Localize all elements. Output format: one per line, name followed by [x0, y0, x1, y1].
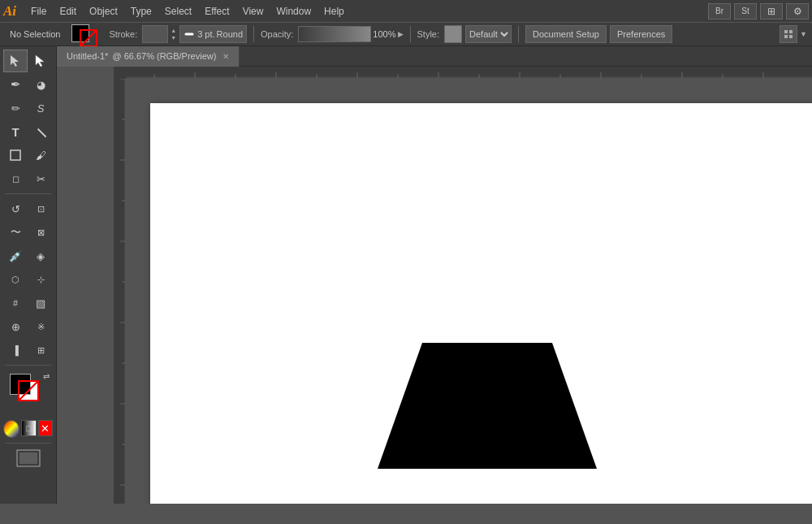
arrange-icon-btn[interactable]: [780, 25, 797, 43]
stroke-cap-selector[interactable]: 3 pt. Round Round Butt Projecting: [179, 25, 247, 43]
scissors-tool[interactable]: ✂: [28, 167, 53, 190]
artboard-padding: [126, 79, 812, 504]
opacity-label: Opacity:: [261, 29, 293, 39]
svg-rect-9: [19, 453, 37, 464]
svg-marker-5: [11, 55, 19, 67]
pencil-tool[interactable]: ✏: [3, 97, 28, 119]
svg-rect-2: [789, 30, 793, 33]
style-swatch[interactable]: [444, 25, 462, 43]
menu-help[interactable]: Help: [317, 4, 351, 19]
scale-tool[interactable]: ⊡: [28, 197, 53, 220]
artboard-scroll-container[interactable]: [126, 79, 812, 504]
menu-type[interactable]: Type: [124, 4, 158, 19]
stroke-down-arrow[interactable]: ▼: [171, 34, 176, 41]
workspace-icon-btn[interactable]: ⊞: [760, 3, 783, 19]
svg-rect-7: [11, 150, 20, 160]
ai-logo: Ai: [3, 3, 16, 19]
menu-select[interactable]: Select: [158, 4, 198, 19]
shape-builder-tool[interactable]: ⊕: [3, 315, 28, 338]
rect-tool[interactable]: [3, 144, 28, 167]
screen-mode-tool[interactable]: [4, 447, 53, 470]
stroke-label: Stroke:: [109, 29, 137, 39]
stroke-spinner[interactable]: ▲ ▼: [142, 25, 176, 43]
blob-brush-tool[interactable]: ◕: [28, 73, 53, 96]
live-paint-tool[interactable]: ⬡: [3, 268, 28, 291]
color-mode-icon[interactable]: [3, 420, 19, 438]
artboard[interactable]: [150, 103, 812, 504]
vertical-ruler: [114, 79, 126, 504]
stroke-swatch[interactable]: [80, 29, 97, 47]
selection-tool-icon: [9, 54, 22, 67]
stroke-indicator[interactable]: [18, 380, 39, 401]
trapezoid-shape: [378, 343, 597, 469]
menu-view[interactable]: View: [236, 4, 270, 19]
toolbar: ✒ ◕ ✏ S T | 🖌 ◻ ✂ ↺ ⊡: [0, 46, 57, 504]
kuler-icon-btn[interactable]: ⚙: [786, 3, 809, 19]
artboard-tool[interactable]: ⊞: [28, 339, 53, 362]
column-graph-tool[interactable]: ▐: [3, 339, 28, 362]
menu-object[interactable]: Object: [83, 4, 124, 19]
document-tab[interactable]: Untitled-1* @ 66.67% (RGB/Preview) ✕: [57, 46, 240, 67]
stroke-width-spinner-arrows[interactable]: ▲ ▼: [171, 27, 176, 41]
direct-select-tool[interactable]: [28, 50, 53, 72]
stock-icon-btn[interactable]: St: [734, 3, 757, 19]
ruler-v-marks: [114, 79, 126, 504]
swap-colors-icon[interactable]: ⇄: [43, 372, 50, 381]
selection-tool[interactable]: [3, 50, 28, 72]
horizontal-ruler: [114, 67, 812, 79]
brush-tool[interactable]: 🖌: [28, 144, 53, 167]
color-area: ⇄: [2, 369, 54, 418]
tool-row-warp: 〜 ⊠: [2, 221, 54, 244]
gradient-mode-icon[interactable]: □: [21, 420, 36, 436]
svg-marker-40: [378, 343, 597, 469]
menu-bar: Ai File Edit Object Type Select Effect V…: [0, 0, 812, 22]
eraser-tool[interactable]: ◻: [3, 167, 28, 190]
svg-marker-6: [36, 55, 44, 67]
warp-tool[interactable]: 〜: [3, 221, 28, 244]
free-transform-tool[interactable]: ⊠: [28, 221, 53, 244]
svg-rect-4: [789, 35, 793, 38]
tool-row-selection: [2, 50, 54, 72]
blend-tool[interactable]: ◈: [28, 245, 53, 267]
opacity-control: 100% ▶: [298, 26, 403, 42]
main-layout: ✒ ◕ ✏ S T | 🖌 ◻ ✂ ↺ ⊡: [0, 46, 812, 504]
bridge-icon-btn[interactable]: Br: [708, 3, 731, 19]
style-dropdown[interactable]: Default: [465, 25, 512, 43]
symbol-tool[interactable]: ※: [28, 315, 53, 338]
mesh-tool[interactable]: #: [3, 292, 28, 314]
sep-1: [253, 26, 254, 42]
opacity-slider[interactable]: [298, 26, 371, 42]
menu-edit[interactable]: Edit: [53, 4, 83, 19]
gradient-tool[interactable]: ▨: [28, 292, 53, 314]
eyedropper-tool[interactable]: 💉: [3, 245, 28, 267]
stroke-width-input[interactable]: [142, 25, 168, 43]
arrange-icon: [784, 29, 793, 39]
preferences-button[interactable]: Preferences: [610, 25, 672, 43]
svg-rect-3: [784, 35, 788, 38]
live-trace-tool[interactable]: ⊹: [28, 268, 53, 291]
menu-window[interactable]: Window: [270, 4, 317, 19]
ruler-h-marks: [114, 67, 812, 78]
workspace-expand-icon[interactable]: ▼: [800, 30, 807, 38]
screen-mode-icon: [16, 449, 41, 467]
tool-row-pencil: ✏ S: [2, 97, 54, 119]
selection-label: No Selection: [5, 29, 65, 39]
rotate-tool[interactable]: ↺: [3, 197, 28, 220]
none-mode-icon[interactable]: ✕: [38, 420, 53, 436]
menu-effect[interactable]: Effect: [198, 4, 235, 19]
tab-bar: Untitled-1* @ 66.67% (RGB/Preview) ✕: [57, 46, 812, 67]
stroke-up-arrow[interactable]: ▲: [171, 27, 176, 34]
canvas-area[interactable]: Untitled-1* @ 66.67% (RGB/Preview) ✕: [57, 46, 812, 504]
tool-row-graph: ▐ ⊞: [2, 339, 54, 362]
document-setup-button[interactable]: Document Setup: [525, 25, 607, 43]
options-bar: No Selection Stroke: ▲ ▼ 3 pt. Round Rou…: [0, 22, 812, 46]
workspace-controls: ▼: [780, 25, 807, 43]
menu-file[interactable]: File: [24, 4, 53, 19]
tab-close-button[interactable]: ✕: [222, 52, 229, 61]
opacity-expand-icon[interactable]: ▶: [398, 30, 404, 38]
color-mode-icons: □ ✕: [2, 418, 54, 440]
sep-3: [518, 26, 519, 42]
pen-tool[interactable]: ✒: [3, 73, 28, 96]
tool-row-eyedropper: 💉 ◈: [2, 245, 54, 267]
tool-row-shape: 🖌: [2, 144, 54, 167]
